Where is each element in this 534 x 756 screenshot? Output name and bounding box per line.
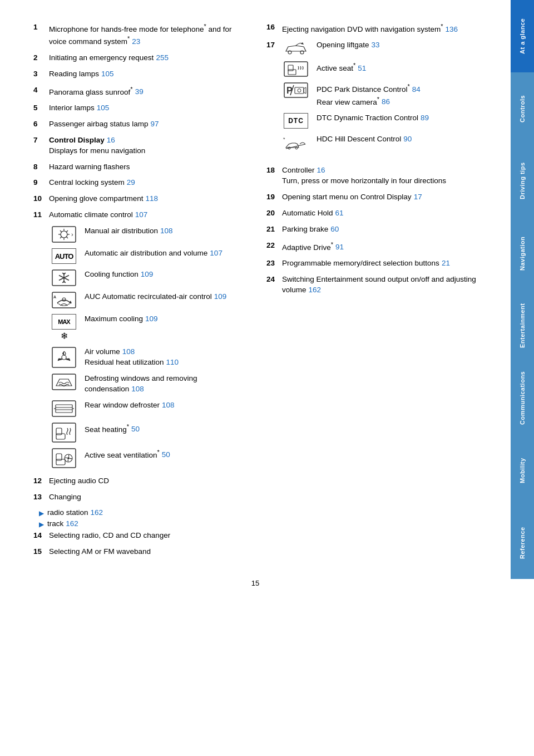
item-7: 7 Control Display16Displays for menu nav… xyxy=(33,135,244,156)
item-5: 5 Interior lamps105 xyxy=(33,103,244,114)
item-10: 10 Opening glove compartment118 xyxy=(33,194,244,204)
item-9: 9 Central locking system29 xyxy=(33,178,244,188)
item-20: 20 Automatic Hold61 xyxy=(266,208,477,219)
item-8: 8 Hazard warning flashers xyxy=(33,162,244,173)
sidebar-tab-driving-tips[interactable]: Driving tips xyxy=(511,145,534,217)
hdc-icon: * xyxy=(282,134,310,150)
icon-dtc: DTC DTC Dynamic Traction Control89 xyxy=(282,113,477,129)
item-12: 12 Ejecting audio CD xyxy=(33,476,244,487)
sidebar-tab-at-a-glance[interactable]: At a glance xyxy=(511,0,534,72)
svg-point-39 xyxy=(67,457,70,459)
sidebar-tab-entertainment[interactable]: Entertainment xyxy=(511,289,534,362)
sidebar-tab-mobility[interactable]: Mobility xyxy=(511,434,534,507)
svg-point-24 xyxy=(62,355,66,360)
max-icon: MAX ❄ xyxy=(50,314,78,341)
svg-text:A: A xyxy=(53,295,56,299)
svg-line-6 xyxy=(60,230,62,232)
manual-air-icon: › xyxy=(50,226,78,243)
sidebar: At a glance Controls Driving tips Naviga… xyxy=(511,0,534,756)
svg-text:›: › xyxy=(71,231,73,238)
sub-radio: ▶ radio station162 xyxy=(39,508,244,517)
svg-rect-25 xyxy=(52,374,76,390)
svg-rect-44 xyxy=(288,70,296,75)
seat-ventilation-icon xyxy=(50,448,78,468)
item-15: 15 Selecting AM or FM waveband xyxy=(33,547,244,557)
item-22: 22 Adaptive Drive*91 xyxy=(266,240,477,253)
sidebar-tab-navigation[interactable]: Navigation xyxy=(511,217,534,289)
item-13: 13 Changing xyxy=(33,492,244,503)
item-1: 1 Microphone for hands-free mode for tel… xyxy=(33,22,244,47)
pdc-icon: P xyxy=(282,82,310,98)
icon-liftgate: Opening liftgate33 xyxy=(282,40,477,56)
defrost-windows-icon xyxy=(50,374,78,390)
page-number: 15 xyxy=(33,579,477,598)
icon-manual-air: › Manual air distribution108 xyxy=(50,226,244,243)
icon-air-volume: Air volume108Residual heat utilization11… xyxy=(50,347,244,368)
icon-rear-defroster: Rear window defroster108 xyxy=(50,400,244,417)
svg-text:*: * xyxy=(283,136,285,142)
liftgate-icon xyxy=(282,40,310,56)
seat-heating-icon xyxy=(50,423,78,443)
item-23: 23 Programmable memory/direct selection … xyxy=(266,258,477,269)
item-19: 19 Opening start menu on Control Display… xyxy=(266,192,477,203)
icon-auc: A AUC Automatic recirculated-air control… xyxy=(50,292,244,308)
icon-cooling: Cooling function109 xyxy=(50,269,244,286)
icon-seat-heating: Seat heating*50 xyxy=(50,423,244,443)
item-21: 21 Parking brake60 xyxy=(266,224,477,235)
svg-line-8 xyxy=(66,230,68,232)
item-14: 14 Selecting radio, CD and CD changer xyxy=(33,531,244,541)
auto-icon: AUTO xyxy=(50,248,78,264)
svg-rect-23 xyxy=(52,347,76,367)
sidebar-tab-controls[interactable]: Controls xyxy=(511,72,534,145)
svg-rect-27 xyxy=(56,405,72,413)
item-24: 24 Switching Entertainment sound output … xyxy=(266,274,477,296)
svg-point-50 xyxy=(298,89,301,92)
item-16: 16 Ejecting navigation DVD with navigati… xyxy=(266,22,477,35)
item-2: 2 Initiating an emergency request255 xyxy=(33,53,244,63)
item-18: 18 Controller16Turn, press or move horiz… xyxy=(266,165,477,186)
icon-pdc: P PDC Park Distance Co xyxy=(282,82,477,107)
icon-hdc: * xyxy=(282,134,477,150)
svg-line-9 xyxy=(60,237,62,238)
item-11: 11 Automatic climate control107 xyxy=(33,210,244,220)
icon-defrost-windows: Defrosting windows and removing condensa… xyxy=(50,374,244,395)
icon-seat-ventilation: Active seat ventilation*50 xyxy=(50,448,244,468)
item-6: 6 Passenger airbag status lamp97 xyxy=(33,119,244,130)
icon-active-seat: Active seat*51 xyxy=(282,61,477,77)
sidebar-tab-reference[interactable]: Reference xyxy=(511,507,534,579)
sidebar-tab-communications[interactable]: Communications xyxy=(511,362,534,434)
icon-auto: AUTO Automatic air distribution and volu… xyxy=(50,248,244,264)
sub-track: ▶ track162 xyxy=(39,519,244,528)
item-3: 3 Reading lamps105 xyxy=(33,69,244,80)
dtc-icon: DTC xyxy=(282,113,310,129)
rear-defroster-icon xyxy=(50,400,78,417)
auc-icon: A xyxy=(50,292,78,308)
item-17: 17 xyxy=(266,40,477,160)
item-4: 4 Panorama glass sunroof*39 xyxy=(33,85,244,97)
svg-line-7 xyxy=(66,237,68,238)
cooling-icon xyxy=(50,269,78,286)
icon-max: MAX ❄ Maximum cooling109 xyxy=(50,314,244,341)
svg-point-22 xyxy=(62,298,66,301)
svg-rect-49 xyxy=(295,87,304,94)
active-seat-icon xyxy=(282,61,310,77)
air-volume-icon xyxy=(50,347,78,368)
